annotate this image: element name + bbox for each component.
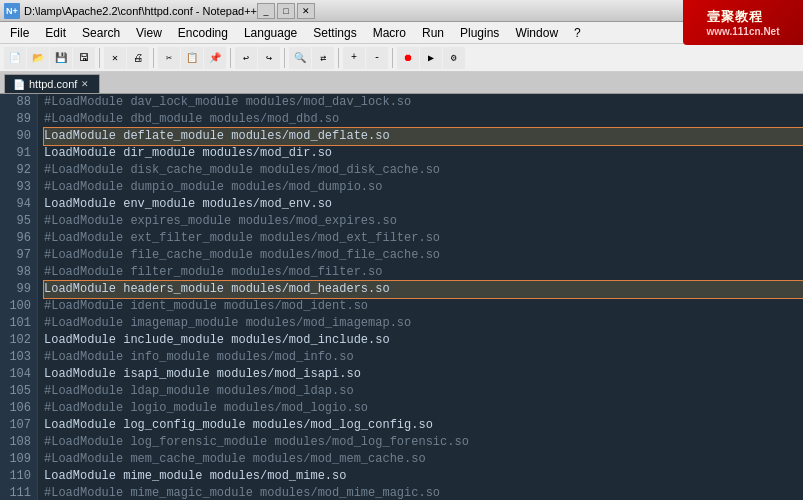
tabbar: 📄 httpd.conf ✕ — [0, 72, 803, 94]
code-line-90: LoadModule deflate_module modules/mod_de… — [44, 128, 803, 145]
minimize-button[interactable]: _ — [257, 3, 275, 19]
app-icon: N+ — [4, 3, 20, 19]
menu-item-view[interactable]: View — [128, 22, 170, 44]
code-line-108: #LoadModule log_forensic_module modules/… — [44, 434, 803, 451]
titlebar-buttons: _ □ ✕ — [257, 3, 315, 19]
menu-item-run[interactable]: Run — [414, 22, 452, 44]
line-number-111: 111 — [0, 485, 37, 500]
line-number-98: 98 — [0, 264, 37, 281]
code-line-100: #LoadModule ident_module modules/mod_ide… — [44, 298, 803, 315]
line-number-96: 96 — [0, 230, 37, 247]
code-line-88: #LoadModule dav_lock_module modules/mod_… — [44, 94, 803, 111]
menu-item-settings[interactable]: Settings — [305, 22, 364, 44]
code-content[interactable]: #LoadModule dav_lock_module modules/mod_… — [38, 94, 803, 500]
tab-icon: 📄 — [13, 79, 25, 90]
watermark: 壹聚教程 www.111cn.Net — [683, 0, 803, 45]
line-number-100: 100 — [0, 298, 37, 315]
editor: 8889909192939495969798991001011021031041… — [0, 94, 803, 500]
redo-button[interactable]: ↪ — [258, 47, 280, 69]
line-number-105: 105 — [0, 383, 37, 400]
code-line-92: #LoadModule disk_cache_module modules/mo… — [44, 162, 803, 179]
code-line-97: #LoadModule file_cache_module modules/mo… — [44, 247, 803, 264]
code-line-101: #LoadModule imagemap_module modules/mod_… — [44, 315, 803, 332]
toolbar-divider-2 — [153, 48, 154, 68]
line-number-89: 89 — [0, 111, 37, 128]
line-number-106: 106 — [0, 400, 37, 417]
code-line-96: #LoadModule ext_filter_module modules/mo… — [44, 230, 803, 247]
code-line-109: #LoadModule mem_cache_module modules/mod… — [44, 451, 803, 468]
save-button[interactable]: 💾 — [50, 47, 72, 69]
line-number-109: 109 — [0, 451, 37, 468]
maximize-button[interactable]: □ — [277, 3, 295, 19]
new-button[interactable]: 📄 — [4, 47, 26, 69]
line-number-88: 88 — [0, 94, 37, 111]
code-line-94: LoadModule env_module modules/mod_env.so — [44, 196, 803, 213]
line-number-104: 104 — [0, 366, 37, 383]
zoom-in-button[interactable]: + — [343, 47, 365, 69]
line-number-92: 92 — [0, 162, 37, 179]
toolbar: 📄 📂 💾 🖫 ✕ 🖨 ✂ 📋 📌 ↩ ↪ 🔍 ⇄ + - ⏺ ▶ ⚙ — [0, 44, 803, 72]
code-line-111: #LoadModule mime_magic_module modules/mo… — [44, 485, 803, 500]
line-number-93: 93 — [0, 179, 37, 196]
save-all-button[interactable]: 🖫 — [73, 47, 95, 69]
undo-button[interactable]: ↩ — [235, 47, 257, 69]
menu-item-file[interactable]: File — [2, 22, 37, 44]
run-button[interactable]: ▶ — [420, 47, 442, 69]
line-number-91: 91 — [0, 145, 37, 162]
close-button[interactable]: ✕ — [297, 3, 315, 19]
menu-item-plugins[interactable]: Plugins — [452, 22, 507, 44]
line-number-108: 108 — [0, 434, 37, 451]
print-button[interactable]: 🖨 — [127, 47, 149, 69]
line-numbers: 8889909192939495969798991001011021031041… — [0, 94, 38, 500]
tab-httpd-conf[interactable]: 📄 httpd.conf ✕ — [4, 74, 100, 93]
code-line-89: #LoadModule dbd_module modules/mod_dbd.s… — [44, 111, 803, 128]
code-line-93: #LoadModule dumpio_module modules/mod_du… — [44, 179, 803, 196]
menu-item-?[interactable]: ? — [566, 22, 589, 44]
watermark-title: 壹聚教程 — [707, 8, 780, 26]
paste-button[interactable]: 📌 — [204, 47, 226, 69]
menu-item-encoding[interactable]: Encoding — [170, 22, 236, 44]
menu-item-edit[interactable]: Edit — [37, 22, 74, 44]
toolbar-divider-1 — [99, 48, 100, 68]
code-line-95: #LoadModule expires_module modules/mod_e… — [44, 213, 803, 230]
line-number-94: 94 — [0, 196, 37, 213]
code-line-98: #LoadModule filter_module modules/mod_fi… — [44, 264, 803, 281]
lang-button[interactable]: ⚙ — [443, 47, 465, 69]
toolbar-divider-4 — [284, 48, 285, 68]
close-button[interactable]: ✕ — [104, 47, 126, 69]
watermark-url: www.111cn.Net — [707, 26, 780, 37]
cut-button[interactable]: ✂ — [158, 47, 180, 69]
code-line-110: LoadModule mime_module modules/mod_mime.… — [44, 468, 803, 485]
line-number-90: 90 — [0, 128, 37, 145]
menu-item-language[interactable]: Language — [236, 22, 305, 44]
open-button[interactable]: 📂 — [27, 47, 49, 69]
record-button[interactable]: ⏺ — [397, 47, 419, 69]
line-number-97: 97 — [0, 247, 37, 264]
replace-button[interactable]: ⇄ — [312, 47, 334, 69]
menu-item-search[interactable]: Search — [74, 22, 128, 44]
line-number-95: 95 — [0, 213, 37, 230]
code-line-104: LoadModule isapi_module modules/mod_isap… — [44, 366, 803, 383]
line-number-103: 103 — [0, 349, 37, 366]
toolbar-divider-5 — [338, 48, 339, 68]
titlebar-title: D:\lamp\Apache2.2\conf\httpd.conf - Note… — [24, 5, 257, 17]
toolbar-divider-3 — [230, 48, 231, 68]
code-line-107: LoadModule log_config_module modules/mod… — [44, 417, 803, 434]
tab-close-icon[interactable]: ✕ — [81, 79, 89, 89]
line-number-107: 107 — [0, 417, 37, 434]
code-line-99: LoadModule headers_module modules/mod_he… — [44, 281, 803, 298]
line-number-110: 110 — [0, 468, 37, 485]
toolbar-divider-6 — [392, 48, 393, 68]
line-number-99: 99 — [0, 281, 37, 298]
code-line-105: #LoadModule ldap_module modules/mod_ldap… — [44, 383, 803, 400]
line-number-101: 101 — [0, 315, 37, 332]
menu-item-macro[interactable]: Macro — [365, 22, 414, 44]
zoom-out-button[interactable]: - — [366, 47, 388, 69]
copy-button[interactable]: 📋 — [181, 47, 203, 69]
code-line-106: #LoadModule logio_module modules/mod_log… — [44, 400, 803, 417]
code-line-102: LoadModule include_module modules/mod_in… — [44, 332, 803, 349]
find-button[interactable]: 🔍 — [289, 47, 311, 69]
code-line-103: #LoadModule info_module modules/mod_info… — [44, 349, 803, 366]
line-number-102: 102 — [0, 332, 37, 349]
menu-item-window[interactable]: Window — [507, 22, 566, 44]
